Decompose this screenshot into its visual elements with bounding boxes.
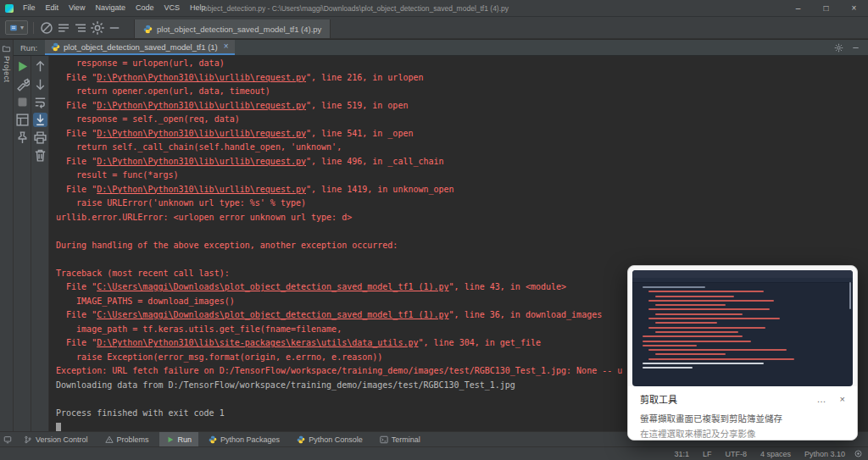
soft-wrap-button[interactable] (33, 95, 47, 109)
pin-tab-button[interactable] (15, 130, 30, 145)
rerun-button[interactable] (15, 59, 30, 74)
menu-file[interactable]: File (18, 0, 41, 16)
clear-all-button[interactable] (33, 148, 47, 163)
run-tab[interactable]: plot_object_detection_saved_model_tf1 (1… (45, 40, 235, 55)
thumbnail-text-line (655, 296, 734, 297)
status-file-encoding[interactable]: UTF-8 (725, 450, 747, 458)
hide-panel-icon[interactable] (851, 43, 860, 53)
tool-window-tab-problems[interactable]: Problems (98, 432, 156, 446)
thumbnail-text-line (655, 304, 726, 306)
thumbnail-text-line (643, 363, 764, 364)
run-configuration-button[interactable] (15, 77, 30, 91)
python-file-icon (143, 25, 153, 34)
console-text: raise URLError('unknown url type: %s' % … (56, 198, 306, 208)
thumbnail-text-line (643, 345, 697, 346)
python-icon (297, 435, 305, 444)
main-toolbar: ▾ plot_object_detection_saved_model_tf1 … (0, 17, 868, 39)
up-stack-trace-button[interactable] (33, 59, 47, 74)
console-text: ", line 43, in <module> (449, 282, 566, 291)
disable-inspections-icon[interactable] (39, 20, 54, 36)
console-line: result = func(*args) (56, 169, 868, 183)
console-line: response = urlopen(url, data) (56, 57, 868, 71)
thumbnail-content (632, 283, 853, 369)
stack-trace-link[interactable]: D:\Python\Python310\lib\urllib\request.p… (97, 73, 306, 82)
console-text: response = urlopen(url, data) (56, 58, 225, 68)
status-line-separator[interactable]: LF (703, 450, 712, 458)
tool-window-tab-terminal[interactable]: Terminal (373, 432, 427, 446)
status-bar: 31:1LFUTF-84 spacesPython 3.10 (0, 446, 868, 460)
screenshot-thumbnail[interactable] (632, 270, 853, 386)
bottom-tabs: Version ControlProblemsRunPython Package… (17, 432, 427, 446)
console-text: raise Exception(error_msg.format(origin,… (56, 352, 382, 362)
inspections-widget-icon[interactable] (854, 449, 863, 458)
console-caret (56, 423, 61, 432)
down-stack-trace-button[interactable] (33, 77, 47, 91)
stack-trace-link[interactable]: C:\Users\maggi\Downloads\plot_object_det… (97, 310, 448, 319)
menu-code[interactable]: Code (131, 0, 159, 16)
tool-window-tab-version-control[interactable]: Version Control (17, 432, 95, 446)
sort-lines-icon[interactable] (56, 20, 71, 36)
menu-view[interactable]: View (64, 0, 90, 16)
console-text: ", line 496, in _call_chain (306, 157, 444, 166)
thumbnail-text-line (643, 335, 743, 337)
console-text: File " (56, 310, 97, 319)
close-button[interactable]: × (840, 0, 868, 16)
console-text: result = func(*args) (56, 170, 179, 180)
console-text: Downloading data from D:/TensorFlow/work… (56, 380, 515, 390)
stack-trace-link[interactable]: D:\Python\Python310\lib\urllib\request.p… (97, 129, 306, 138)
status-indent-style[interactable]: 4 spaces (760, 450, 791, 458)
notification-message: 螢幕擷取畫面已複製到剪貼簿並儲存 (640, 412, 845, 424)
thumbnail-text-line (655, 331, 738, 333)
run-settings-icon[interactable] (834, 43, 843, 53)
notification-hint: 在這裡選取來標記及分享影像 (640, 427, 845, 440)
project-stripe-button[interactable]: Project (0, 44, 13, 83)
scroll-to-end-button[interactable] (33, 113, 47, 127)
menu-navigate[interactable]: Navigate (90, 0, 131, 16)
editor-tab[interactable]: plot_object_detection_saved_model_tf1 (4… (134, 19, 331, 38)
tool-window-tab-run[interactable]: Run (159, 432, 199, 446)
console-line: response = self._open(req, data) (56, 113, 868, 127)
tool-window-switcher-icon[interactable] (0, 432, 15, 446)
notification-app-name: 剪取工具 (640, 392, 817, 406)
collapse-toolbar-icon[interactable] (107, 20, 122, 36)
status-caret-position[interactable]: 31:1 (674, 450, 689, 458)
close-tab-icon[interactable]: × (224, 42, 229, 51)
console-text: Process finished with exit code 1 (56, 408, 225, 418)
notification-close-icon[interactable]: × (840, 394, 845, 404)
restore-layout-button[interactable] (15, 113, 30, 127)
menu-vcs[interactable]: VCS (159, 0, 185, 16)
console-text: File " (56, 101, 97, 110)
menu-bar: FileEditViewNavigateCodeVCSHelp (18, 0, 210, 16)
tool-window-tab-python-console[interactable]: Python Console (290, 432, 370, 446)
console-text: ", line 304, in get_file (418, 338, 541, 347)
maximize-button[interactable]: □ (812, 0, 840, 16)
tab-label: Terminal (392, 435, 420, 444)
stack-trace-link[interactable]: D:\Python\Python310\lib\urllib\request.p… (97, 185, 306, 194)
toolbar-settings-icon[interactable] (90, 20, 105, 36)
print-button[interactable] (33, 130, 47, 145)
more-options-icon[interactable]: … (817, 394, 826, 404)
minimize-button[interactable]: – (784, 0, 812, 16)
console-text: File " (56, 157, 97, 166)
python-run-icon (51, 42, 60, 52)
thumbnail-text-line (643, 286, 705, 288)
stack-trace-link[interactable]: D:\Python\Python310\lib\urllib\request.p… (97, 101, 306, 110)
thumbnail-text-line (648, 300, 774, 302)
snipping-tool-notification[interactable]: 剪取工具 … × 螢幕擷取畫面已複製到剪貼簿並儲存 在這裡選取來標記及分享影像 (627, 265, 858, 441)
thumbnail-text-line (648, 349, 786, 351)
thumbnail-scrollbar (849, 282, 851, 309)
menu-edit[interactable]: Edit (41, 0, 64, 16)
run-configuration-combo[interactable]: ▾ (5, 20, 28, 35)
stack-trace-link[interactable]: C:\Users\maggi\Downloads\plot_object_det… (97, 282, 448, 291)
console-text: image_path = tf.keras.utils.get_file(fna… (56, 324, 342, 334)
stack-trace-link[interactable]: D:\Python\Python310\lib\urllib\request.p… (97, 157, 306, 166)
console-line: urllib.error.URLError: <urlopen error un… (56, 211, 868, 225)
console-text: response = self._open(req, data) (56, 114, 240, 124)
console-text: File " (56, 73, 97, 82)
thumbnail-text-line (648, 291, 763, 292)
indent-guides-icon[interactable] (73, 20, 88, 36)
status-python-interpreter[interactable]: Python 3.10 (804, 450, 845, 458)
stack-trace-link[interactable]: D:\Python\Python310\lib\site-packages\ke… (97, 338, 418, 347)
stop-button[interactable] (15, 95, 30, 109)
tool-window-tab-python-packages[interactable]: Python Packages (202, 432, 287, 446)
